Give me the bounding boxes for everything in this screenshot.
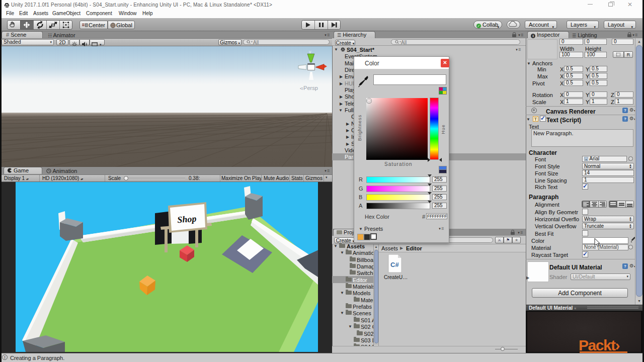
svg-text:▾: ▾ bbox=[100, 43, 102, 46]
svg-text:C#: C# bbox=[390, 261, 399, 268]
svg-text:y: y bbox=[309, 49, 311, 54]
svg-text:Packt›: Packt› bbox=[579, 337, 620, 353]
svg-text:Shop: Shop bbox=[177, 214, 197, 225]
